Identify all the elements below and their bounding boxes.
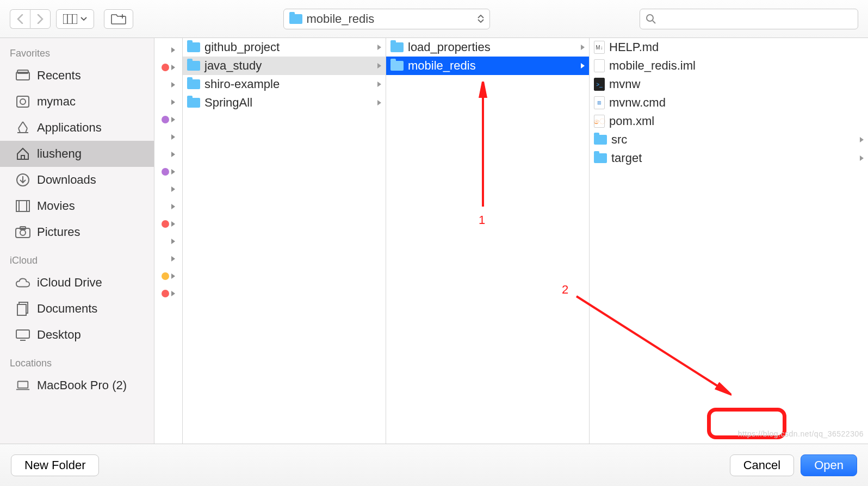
file-row[interactable]: >_mvnw xyxy=(590,75,868,94)
folder-icon xyxy=(187,98,200,108)
file-name: SpringAll xyxy=(204,96,252,110)
download-icon xyxy=(15,172,30,188)
tag-row[interactable] xyxy=(162,146,175,163)
svg-point-5 xyxy=(647,15,653,21)
forward-button[interactable] xyxy=(30,9,51,29)
tag-row[interactable] xyxy=(162,233,175,250)
disclosure-icon xyxy=(171,186,175,192)
desktop-icon xyxy=(15,327,30,342)
disclosure-icon xyxy=(171,221,175,227)
svg-rect-12 xyxy=(16,201,29,211)
docs-icon xyxy=(15,301,30,316)
disclosure-icon xyxy=(171,291,175,296)
file-row[interactable]: M↓HELP.md xyxy=(590,38,868,57)
movies-icon xyxy=(15,198,30,214)
path-dropdown[interactable]: mobile_redis xyxy=(283,9,490,29)
tag-row[interactable] xyxy=(162,59,175,76)
svg-rect-22 xyxy=(18,382,28,388)
disclosure-icon xyxy=(171,134,175,140)
sidebar-item-documents[interactable]: Documents xyxy=(0,296,154,322)
file-row[interactable]: src xyxy=(590,130,868,149)
svg-rect-0 xyxy=(63,14,77,24)
search-field[interactable] xyxy=(640,9,858,29)
disclosure-icon xyxy=(171,273,175,279)
sidebar-item-downloads[interactable]: Downloads xyxy=(0,167,154,193)
tag-row[interactable] xyxy=(162,163,175,180)
tag-row[interactable] xyxy=(162,180,175,198)
sidebar-header: Favorites xyxy=(0,38,154,63)
new-folder-button[interactable]: New Folder xyxy=(11,454,99,476)
file-row[interactable]: target xyxy=(590,149,868,167)
tag-row[interactable] xyxy=(162,215,175,233)
tag-strip xyxy=(154,38,183,444)
disclosure-icon xyxy=(171,65,175,70)
file-row[interactable]: mobile_redis.iml xyxy=(590,57,868,75)
folder-icon xyxy=(289,14,302,24)
tag-dot-icon xyxy=(162,290,169,297)
file-name: pom.xml xyxy=(609,114,654,128)
tag-row[interactable] xyxy=(162,76,175,94)
chevron-right-icon xyxy=(37,14,44,24)
disclosure-icon xyxy=(171,47,175,53)
open-button[interactable]: Open xyxy=(801,454,857,476)
sidebar-item-mymac[interactable]: mymac xyxy=(0,89,154,115)
sidebar-item-icloud-drive[interactable]: iCloud Drive xyxy=(0,270,154,296)
sidebar-item-applications[interactable]: Applications xyxy=(0,115,154,141)
sidebar-item-recents[interactable]: Recents xyxy=(0,63,154,89)
folder-icon xyxy=(390,42,404,52)
file-row[interactable]: ⊞mvnw.cmd xyxy=(590,94,868,112)
disclosure-icon xyxy=(171,152,175,157)
columns-icon xyxy=(63,14,77,24)
sidebar-item-liusheng[interactable]: liusheng xyxy=(0,141,154,167)
tag-dot-icon xyxy=(162,272,169,280)
new-folder-toolbar-button[interactable] xyxy=(104,9,133,29)
file-icon xyxy=(594,59,605,72)
sidebar-item-macbook-pro-2-[interactable]: MacBook Pro (2) xyxy=(0,372,154,398)
file-row[interactable]: SpringAll xyxy=(183,94,386,112)
sidebar: FavoritesRecentsmymacApplicationsliushen… xyxy=(0,38,154,444)
tag-dot-icon xyxy=(162,116,169,123)
view-mode-button[interactable] xyxy=(56,9,94,29)
disclosure-icon xyxy=(171,239,175,244)
nav-buttons xyxy=(10,9,51,29)
column-1: github_projectjava_studyshiro-exampleSpr… xyxy=(183,38,386,444)
tag-row[interactable] xyxy=(162,285,175,302)
chevron-right-icon xyxy=(581,63,585,68)
file-name: load_properties xyxy=(408,40,491,54)
svg-line-6 xyxy=(653,21,655,23)
sidebar-item-movies[interactable]: Movies xyxy=(0,193,154,219)
tag-row[interactable] xyxy=(162,250,175,267)
tag-row[interactable] xyxy=(162,111,175,128)
folder-icon xyxy=(187,61,200,71)
file-row[interactable]: java_study xyxy=(183,57,386,75)
file-row[interactable]: shiro-example xyxy=(183,75,386,94)
file-row[interactable]: github_project xyxy=(183,38,386,57)
file-name: mobile_redis.iml xyxy=(609,59,696,73)
chevron-right-icon xyxy=(377,63,381,68)
tag-row[interactable] xyxy=(162,267,175,285)
sidebar-header: Locations xyxy=(0,348,154,372)
sidebar-item-desktop[interactable]: Desktop xyxy=(0,322,154,348)
file-name: java_study xyxy=(204,59,262,73)
tag-row[interactable] xyxy=(162,198,175,215)
file-row[interactable]: ෙpom.xml xyxy=(590,112,868,130)
file-row[interactable]: mobile_redis xyxy=(386,57,589,75)
sidebar-item-pictures[interactable]: Pictures xyxy=(0,219,154,245)
search-input[interactable] xyxy=(661,13,852,25)
folder-plus-icon xyxy=(111,14,126,24)
main-area: FavoritesRecentsmymacApplicationsliushen… xyxy=(0,38,868,444)
tag-dot-icon xyxy=(162,64,169,71)
tag-row[interactable] xyxy=(162,41,175,59)
disclosure-icon xyxy=(171,256,175,261)
sidebar-item-label: Pictures xyxy=(37,225,80,239)
svg-point-10 xyxy=(20,99,26,104)
chevron-right-icon xyxy=(377,100,381,105)
file-name: src xyxy=(611,133,627,147)
file-row[interactable]: load_properties xyxy=(386,38,589,57)
chevron-left-icon xyxy=(17,14,23,24)
disclosure-icon xyxy=(171,169,175,175)
back-button[interactable] xyxy=(10,9,30,29)
tag-row[interactable] xyxy=(162,94,175,111)
tag-row[interactable] xyxy=(162,128,175,146)
cancel-button[interactable]: Cancel xyxy=(730,454,794,476)
